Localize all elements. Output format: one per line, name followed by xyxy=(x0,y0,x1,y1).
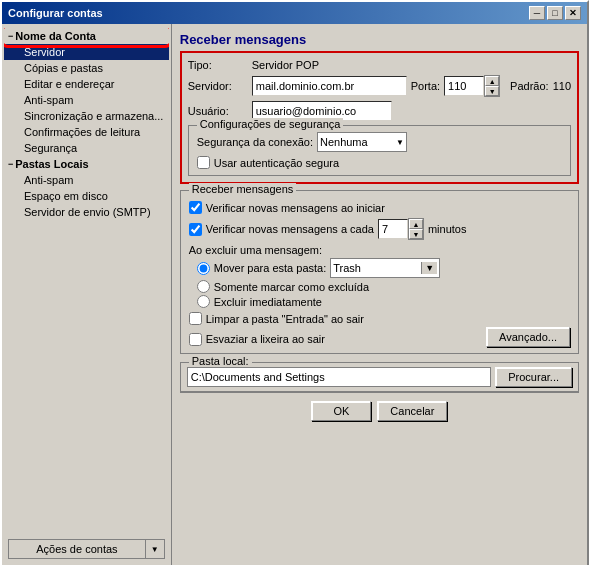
servidor-input[interactable] xyxy=(252,76,407,96)
move-to-folder-row: Mover para esta pasta: Trash ▼ xyxy=(189,258,570,278)
procurar-button[interactable]: Procurar... xyxy=(495,367,572,387)
actions-main-button[interactable]: Ações de contas xyxy=(9,540,146,558)
local-path-row: Procurar... xyxy=(187,367,572,387)
servidor-label: Servidor: xyxy=(188,80,248,92)
section-title: Receber mensagens xyxy=(180,32,579,47)
security-row: Segurança da conexão: Nenhuma ▼ xyxy=(197,132,562,152)
porta-spinner: ▲ ▼ xyxy=(484,75,500,97)
cancel-button[interactable]: Cancelar xyxy=(377,401,447,421)
porta-spinner-up[interactable]: ▲ xyxy=(485,76,499,86)
clean-inbox-row: Limpar a pasta "Entrada" ao sair xyxy=(189,312,570,325)
collapse-icon-account: − xyxy=(8,31,13,41)
actions-arrow-icon[interactable]: ▼ xyxy=(146,542,164,557)
check-on-start-row: Verificar novas mensagens ao iniciar xyxy=(189,201,570,214)
title-bar-buttons: ─ □ ✕ xyxy=(529,6,581,20)
check-interval-row: Verificar novas mensagens a cada ▲ ▼ min… xyxy=(189,218,570,240)
window-title: Configurar contas xyxy=(8,7,103,19)
sidebar-item-read-confirm[interactable]: Confirmações de leitura xyxy=(4,124,169,140)
servidor-row: Servidor: Porta: ▲ ▼ Padrão: 110 xyxy=(188,75,571,97)
receive-section-title: Receber mensagens xyxy=(189,183,297,195)
seguranca-select[interactable]: Nenhuma ▼ xyxy=(317,132,407,152)
sidebar-label-antispam: Anti-spam xyxy=(24,94,74,106)
sidebar-item-security[interactable]: Segurança xyxy=(4,140,169,156)
maximize-button[interactable]: □ xyxy=(547,6,563,20)
tipo-value: Servidor POP xyxy=(252,59,319,71)
sidebar-item-copies[interactable]: Cópias e pastas xyxy=(4,60,169,76)
sidebar-item-disk-space[interactable]: Espaço em disco xyxy=(4,188,169,204)
interval-spinner-down[interactable]: ▼ xyxy=(409,229,423,239)
folder-dropdown[interactable]: Trash ▼ xyxy=(330,258,440,278)
move-to-folder-label: Mover para esta pasta: xyxy=(214,262,327,274)
check-interval-label: Verificar novas mensagens a cada xyxy=(206,223,374,235)
sidebar-item-smtp[interactable]: Servidor de envio (SMTP) xyxy=(4,204,169,220)
porta-spinner-group: ▲ ▼ xyxy=(444,75,500,97)
sidebar-label-copies: Cópias e pastas xyxy=(24,62,103,74)
folder-value: Trash xyxy=(333,262,421,274)
sidebar-item-account-name[interactable]: − Nome da Conta xyxy=(4,28,169,44)
sidebar-label-server: Servidor xyxy=(24,46,65,58)
sidebar-label-local-folders: Pastas Locais xyxy=(15,158,88,170)
mark-deleted-radio[interactable] xyxy=(197,280,210,293)
move-to-folder-radio[interactable] xyxy=(197,262,210,275)
close-button[interactable]: ✕ xyxy=(565,6,581,20)
left-panel: − Nome da Conta Servidor Cópias e pastas… xyxy=(2,24,172,565)
sidebar-label-read-confirm: Confirmações de leitura xyxy=(24,126,140,138)
clean-inbox-label: Limpar a pasta "Entrada" ao sair xyxy=(206,313,364,325)
server-config-section: Tipo: Servidor POP Servidor: Porta: ▲ ▼ xyxy=(180,51,579,184)
advanced-button[interactable]: Avançado... xyxy=(486,327,570,347)
interval-spinner-up[interactable]: ▲ xyxy=(409,219,423,229)
seguranca-value: Nenhuma xyxy=(320,136,368,148)
sidebar-item-sync[interactable]: Sincronização e armazena... xyxy=(4,108,169,124)
minimize-button[interactable]: ─ xyxy=(529,6,545,20)
usuario-label: Usuário: xyxy=(188,105,248,117)
porta-spinner-down[interactable]: ▼ xyxy=(485,86,499,96)
empty-trash-row: Esvaziar a lixeira ao sair Avançado... xyxy=(189,327,570,347)
check-interval-checkbox[interactable] xyxy=(189,223,202,236)
sidebar-label-security: Segurança xyxy=(24,142,77,154)
clean-inbox-checkbox[interactable] xyxy=(189,312,202,325)
sidebar-item-server[interactable]: Servidor xyxy=(4,44,169,60)
receive-messages-section: Receber mensagens Verificar novas mensag… xyxy=(180,190,579,354)
interval-spinner: ▲ ▼ xyxy=(408,218,424,240)
seguranca-label: Segurança da conexão: xyxy=(197,136,313,148)
sidebar-item-antispam[interactable]: Anti-spam xyxy=(4,92,169,108)
local-path-input[interactable] xyxy=(187,367,492,387)
local-folder-section: Pasta local: Procurar... xyxy=(180,362,579,392)
check-on-start-checkbox[interactable] xyxy=(189,201,202,214)
auth-checkbox-row: Usar autenticação segura xyxy=(197,156,562,169)
empty-trash-checkbox-row: Esvaziar a lixeira ao sair xyxy=(189,333,325,346)
delete-section: Ao excluir uma mensagem: Mover para esta… xyxy=(189,244,570,308)
empty-trash-checkbox[interactable] xyxy=(189,333,202,346)
empty-trash-label: Esvaziar a lixeira ao sair xyxy=(206,333,325,345)
collapse-icon-local-folders: − xyxy=(8,159,13,169)
sidebar-label-sync: Sincronização e armazena... xyxy=(24,110,163,122)
dialog-buttons: OK Cancelar xyxy=(180,392,579,429)
sidebar-item-local-folders[interactable]: − Pastas Locais xyxy=(4,156,169,172)
check-on-start-label: Verificar novas mensagens ao iniciar xyxy=(206,202,385,214)
tree-view: − Nome da Conta Servidor Cópias e pastas… xyxy=(4,28,169,535)
padrao-label: Padrão: xyxy=(510,80,549,92)
delete-label: Ao excluir uma mensagem: xyxy=(189,244,570,256)
minutes-label: minutos xyxy=(428,223,467,235)
auth-checkbox[interactable] xyxy=(197,156,210,169)
delete-immediately-row: Excluir imediatamente xyxy=(189,295,570,308)
interval-input[interactable] xyxy=(378,219,408,239)
actions-button-row: Ações de contas ▼ xyxy=(8,539,165,559)
delete-immediately-radio[interactable] xyxy=(197,295,210,308)
seguranca-dropdown-arrow-icon: ▼ xyxy=(396,138,404,147)
sidebar-label-local-antispam: Anti-spam xyxy=(24,174,74,186)
mark-deleted-label: Somente marcar como excluída xyxy=(214,281,369,293)
title-bar: Configurar contas ─ □ ✕ xyxy=(2,2,587,24)
sidebar-label-smtp: Servidor de envio (SMTP) xyxy=(24,206,151,218)
porta-input[interactable] xyxy=(444,76,484,96)
interval-spinner-group: ▲ ▼ xyxy=(378,218,424,240)
folder-dropdown-arrow-icon: ▼ xyxy=(421,262,437,274)
delete-immediately-label: Excluir imediatamente xyxy=(214,296,322,308)
padrao-value: 110 xyxy=(553,80,571,92)
sidebar-item-edit-address[interactable]: Editar e endereçar xyxy=(4,76,169,92)
sidebar-item-local-antispam[interactable]: Anti-spam xyxy=(4,172,169,188)
auth-label: Usar autenticação segura xyxy=(214,157,339,169)
ok-button[interactable]: OK xyxy=(311,401,371,421)
security-group-title: Configurações de segurança xyxy=(197,118,344,130)
security-group: Configurações de segurança Segurança da … xyxy=(188,125,571,176)
